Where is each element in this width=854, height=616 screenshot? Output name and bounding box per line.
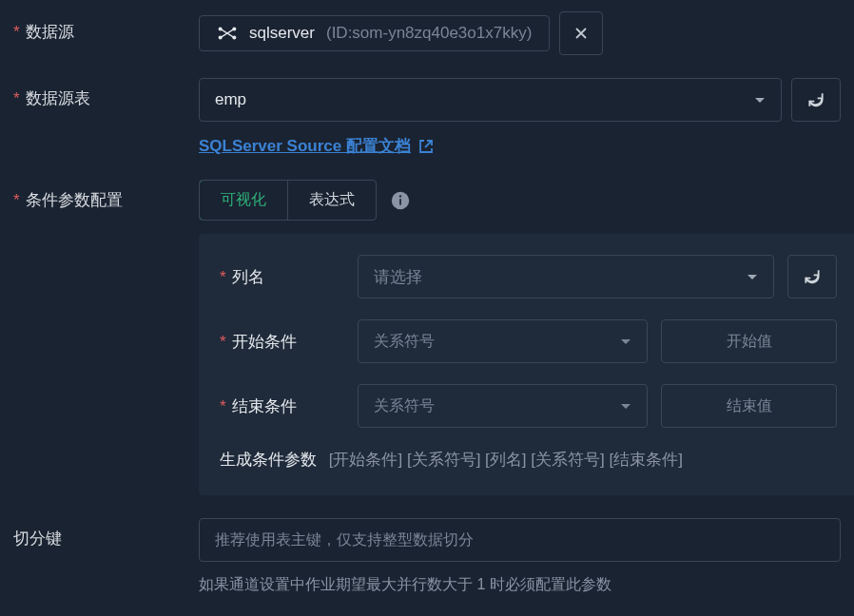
chevron-down-icon	[754, 90, 766, 109]
datasource-label: *数据源	[13, 11, 199, 43]
tab-visual[interactable]: 可视化	[199, 180, 288, 221]
table-value: emp	[215, 90, 246, 109]
clear-datasource-button[interactable]	[559, 11, 603, 55]
split-key-hint: 如果通道设置中作业期望最大并行数大于 1 时必须配置此参数	[199, 575, 841, 595]
chevron-down-icon	[620, 333, 631, 350]
start-value-input[interactable]	[661, 319, 837, 363]
doc-link[interactable]: SQLServer Source 配置文档	[199, 135, 434, 157]
datasource-tag: sqlserver (ID:som-yn8zq40e3o1x7kky)	[199, 15, 550, 51]
info-icon[interactable]	[390, 190, 411, 211]
split-key-input[interactable]	[199, 518, 841, 562]
end-condition-label: *结束条件	[220, 395, 358, 417]
start-relation-select[interactable]: 关系符号	[358, 319, 648, 363]
end-value-input[interactable]	[661, 384, 837, 428]
condition-label: *条件参数配置	[13, 180, 199, 211]
table-label: *数据源表	[13, 78, 199, 109]
end-relation-select[interactable]: 关系符号	[358, 384, 648, 428]
column-label: *列名	[220, 266, 358, 288]
column-select[interactable]: 请选择	[358, 255, 774, 298]
external-link-icon	[418, 139, 434, 154]
close-icon	[573, 26, 589, 41]
refresh-table-button[interactable]	[791, 78, 841, 122]
svg-rect-5	[399, 199, 401, 204]
connector-icon	[217, 26, 238, 41]
generated-condition: 生成条件参数 [开始条件] [关系符号] [列名] [关系符号] [结束条件]	[220, 449, 683, 471]
condition-panel: *列名 请选择	[199, 234, 854, 495]
split-key-label: 切分键	[13, 518, 199, 549]
refresh-icon	[806, 90, 825, 109]
datasource-id: (ID:som-yn8zq40e3o1x7kky)	[326, 24, 532, 43]
chevron-down-icon	[747, 267, 758, 286]
datasource-name: sqlserver	[249, 24, 315, 43]
refresh-icon	[803, 267, 822, 286]
tab-expression[interactable]: 表达式	[287, 181, 376, 220]
start-condition-label: *开始条件	[220, 331, 358, 353]
refresh-column-button[interactable]	[787, 255, 837, 298]
table-select[interactable]: emp	[199, 78, 782, 122]
tab-group: 可视化 表达式	[199, 180, 377, 221]
svg-point-6	[399, 195, 401, 197]
chevron-down-icon	[620, 397, 631, 414]
